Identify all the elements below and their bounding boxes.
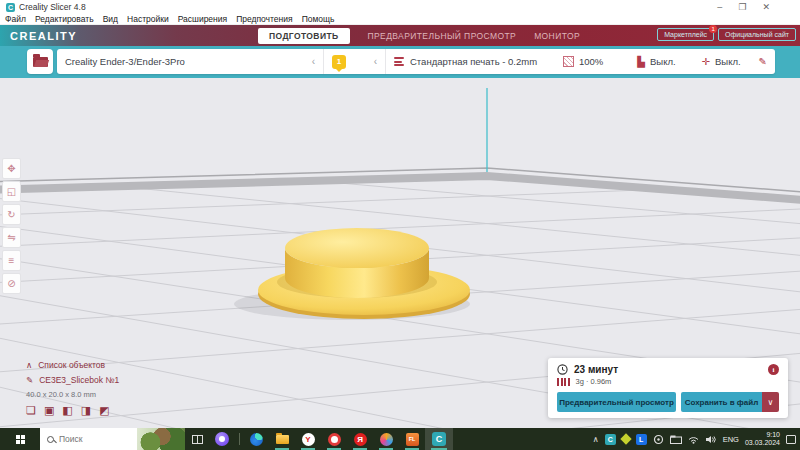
tray-circle-icon[interactable] [653, 434, 664, 445]
toolbar-strip: Creality Ender-3/Ender-3Pro ‹ 1 ‹ Станда… [0, 46, 800, 78]
preview-button[interactable]: Предварительный просмотр [557, 392, 676, 412]
print-settings-selector[interactable]: Стандартная печать - 0.2mm 100% ▙ Выкл. … [385, 49, 775, 74]
maximize-button[interactable]: ❐ [738, 2, 746, 12]
object-name-row[interactable]: ✎ CE3E3_Slicebok №1 [26, 375, 119, 385]
tab-preview[interactable]: ПРЕДВАРИТЕЛЬНЫЙ ПРОСМОТР [368, 31, 517, 41]
adhesion-icon: ✛ [702, 57, 710, 67]
system-tray: ∧ C L ENG 9:10 [593, 431, 800, 447]
title-bar: C Creality Slicer 4.8 – ❐ ✕ [0, 0, 800, 14]
menu-extensions[interactable]: Расширения [178, 14, 227, 24]
object-list-header[interactable]: ∧ Список объектов [26, 360, 119, 370]
search-highlight-image[interactable] [137, 428, 185, 450]
creality-slicer-window: C Creality Slicer 4.8 – ❐ ✕ Файл Редакти… [0, 0, 800, 450]
object-list-label: Список объектов [38, 360, 105, 370]
tray-creality-icon[interactable]: C [605, 434, 616, 445]
infill-icon [563, 56, 574, 67]
taskbar-item-creality-slicer[interactable]: C [425, 428, 453, 450]
save-dropdown-button[interactable]: ∨ [762, 392, 779, 412]
edge-icon [250, 433, 263, 446]
material-usage: 3g · 0.96m [576, 377, 612, 386]
taskbar-item-opera[interactable] [321, 428, 347, 450]
taskbar-clock[interactable]: 9:10 03.03.2024 [745, 431, 780, 447]
taskbar-item-yandex-browser[interactable]: Y [295, 428, 321, 450]
edit-settings-icon[interactable]: ✎ [759, 56, 767, 67]
printer-name: Creality Ender-3/Ender-3Pro [65, 56, 185, 67]
view-left-icon[interactable]: ◨ [81, 404, 91, 417]
tray-expand-icon[interactable]: ∧ [593, 435, 599, 444]
infill-setting[interactable]: 100% [563, 56, 603, 67]
stage-tabs: ПОДГОТОВИТЬ ПРЕДВАРИТЕЛЬНЫЙ ПРОСМОТР МОН… [258, 25, 580, 46]
material-icon [557, 378, 570, 386]
printer-selector[interactable]: Creality Ender-3/Ender-3Pro ‹ [57, 49, 323, 74]
view-front-icon[interactable]: ▣ [44, 404, 54, 417]
per-model-settings-icon[interactable]: ≡ [2, 250, 21, 271]
notification-center-icon[interactable] [786, 435, 796, 444]
volume-icon[interactable] [705, 435, 717, 444]
file-explorer-icon [276, 435, 289, 444]
search-input[interactable] [59, 434, 111, 444]
marketplace-button[interactable]: Маркетплейс 1 [657, 28, 714, 41]
menu-file[interactable]: Файл [5, 14, 26, 24]
torch-icon [380, 433, 393, 446]
view-right-icon[interactable]: ◩ [99, 404, 109, 417]
official-site-button[interactable]: Официальный сайт [718, 28, 796, 41]
minimize-button[interactable]: – [717, 2, 722, 12]
mirror-tool-icon[interactable]: ⇋ [2, 227, 21, 248]
rotate-tool-icon[interactable]: ↻ [2, 204, 21, 225]
taskbar-search[interactable] [40, 428, 185, 450]
app-icon: C [6, 3, 15, 12]
taskbar-item-torch[interactable] [373, 428, 399, 450]
tray-l-icon[interactable]: L [636, 434, 647, 445]
tab-prepare[interactable]: ПОДГОТОВИТЬ [258, 28, 350, 44]
move-tool-icon[interactable]: ✥ [2, 158, 21, 179]
close-button[interactable]: ✕ [762, 2, 770, 12]
extruder-badge-icon: 1 [332, 55, 346, 69]
creality-logo: CREALITY [10, 30, 77, 42]
model-object[interactable] [234, 228, 470, 320]
network-icon[interactable] [688, 435, 699, 444]
object-list-panel: ∧ Список объектов ✎ CE3E3_Slicebok №1 40… [26, 360, 119, 417]
configuration-toolbar: Creality Ender-3/Ender-3Pro ‹ 1 ‹ Станда… [57, 49, 775, 74]
tray-folder-icon[interactable] [670, 435, 682, 444]
task-view-icon [192, 435, 203, 444]
menu-help[interactable]: Помощь [302, 14, 335, 24]
search-icon [47, 436, 54, 443]
adhesion-setting[interactable]: ✛ Выкл. [702, 56, 741, 67]
taskbar-item-fl[interactable]: FL [399, 428, 425, 450]
open-file-button[interactable] [27, 49, 53, 74]
save-to-file-button[interactable]: Сохранить в файл [681, 392, 762, 412]
menu-edit[interactable]: Редактировать [35, 14, 94, 24]
taskbar-item-explorer[interactable] [269, 428, 295, 450]
viewport-3d[interactable]: ✥ ◱ ↻ ⇋ ≡ ⊘ ∧ Список объектов ✎ CE3E3_Sl… [0, 78, 800, 428]
fl-studio-icon: FL [406, 433, 419, 446]
chevron-up-icon: ∧ [26, 360, 32, 370]
tool-panel: ✥ ◱ ↻ ⇋ ≡ ⊘ [2, 158, 21, 294]
start-button[interactable] [0, 428, 40, 450]
view-top-icon[interactable]: ◧ [62, 404, 72, 417]
support-blocker-icon[interactable]: ⊘ [2, 273, 21, 294]
view-3d-icon[interactable]: ❏ [26, 404, 36, 417]
support-icon: ▙ [637, 57, 645, 67]
taskbar-item-yandex[interactable]: Я [347, 428, 373, 450]
menu-settings[interactable]: Настройки [127, 14, 169, 24]
menu-view[interactable]: Вид [103, 14, 118, 24]
extruder-selector[interactable]: 1 ‹ [323, 49, 385, 74]
slice-info-panel: 23 минут i 3g · 0.96m Предварительный пр… [548, 358, 788, 418]
taskbar-item-edge[interactable] [243, 428, 269, 450]
windows-taskbar: Y Я FL C ∧ C L [0, 428, 800, 450]
clock-icon [557, 364, 568, 375]
taskbar-item-alice[interactable] [209, 428, 235, 450]
scale-tool-icon[interactable]: ◱ [2, 181, 21, 202]
task-view-button[interactable] [185, 428, 209, 450]
info-icon[interactable]: i [768, 364, 779, 375]
language-indicator[interactable]: ENG [723, 435, 739, 444]
support-value: Выкл. [650, 56, 676, 67]
profile-layers-icon [394, 57, 404, 66]
support-setting[interactable]: ▙ Выкл. [637, 56, 675, 67]
open-folder-icon [33, 57, 48, 67]
menu-bar: Файл Редактировать Вид Настройки Расшире… [0, 14, 800, 25]
tray-diamond-icon[interactable] [620, 433, 631, 444]
menu-preferences[interactable]: Предпочтения [236, 14, 292, 24]
tab-monitor[interactable]: МОНИТОР [534, 31, 580, 41]
taskbar-date: 03.03.2024 [745, 439, 780, 447]
